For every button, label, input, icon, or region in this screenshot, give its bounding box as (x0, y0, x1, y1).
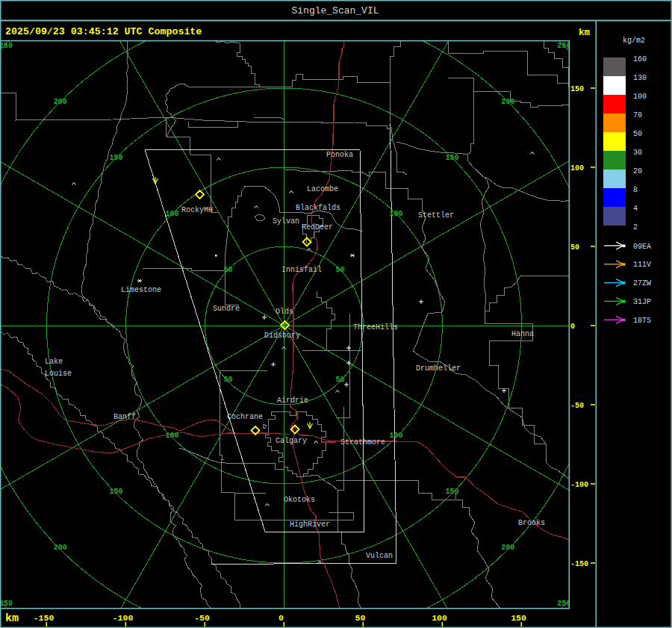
svg-text:Lake: Lake (45, 358, 63, 366)
svg-text:Sundre: Sundre (213, 305, 240, 313)
svg-text:kg/m2: kg/m2 (623, 37, 645, 45)
svg-text:50: 50 (223, 376, 232, 384)
svg-text:Hanna: Hanna (511, 330, 534, 338)
svg-text:50: 50 (355, 613, 366, 623)
svg-text:31JP: 31JP (633, 298, 651, 306)
svg-text:50: 50 (335, 266, 344, 274)
svg-text:Limestone: Limestone (121, 286, 161, 294)
svg-text:Drumheller: Drumheller (416, 364, 461, 373)
svg-text:Ponoka: Ponoka (326, 151, 353, 159)
svg-text:160: 160 (633, 55, 647, 63)
svg-text:100: 100 (633, 93, 647, 101)
svg-text:2025/09/23 03:45:12 UTC Compos: 2025/09/23 03:45:12 UTC Composite (5, 26, 202, 37)
svg-text:Vulcan: Vulcan (366, 552, 393, 560)
svg-text:Cochrane: Cochrane (227, 413, 263, 421)
svg-text:50: 50 (335, 376, 344, 384)
svg-text:0: 0 (279, 613, 284, 623)
svg-text:Brooks: Brooks (518, 519, 545, 527)
svg-text:18TS: 18TS (633, 317, 651, 325)
svg-text:Stettler: Stettler (418, 211, 454, 220)
svg-text:70: 70 (633, 111, 642, 119)
svg-text:100: 100 (166, 210, 179, 218)
svg-text:8: 8 (633, 186, 638, 194)
svg-text:Okotoks: Okotoks (284, 496, 315, 504)
svg-text:200: 200 (501, 544, 514, 552)
svg-text:150: 150 (110, 154, 123, 162)
svg-text:Olds: Olds (276, 308, 293, 316)
svg-text:150: 150 (511, 613, 526, 623)
svg-text:200: 200 (54, 544, 67, 552)
svg-text:-150: -150 (570, 560, 588, 568)
svg-text:150: 150 (445, 488, 458, 496)
svg-text:250: 250 (0, 600, 13, 608)
svg-text:150: 150 (445, 154, 458, 162)
svg-text:250: 250 (0, 42, 13, 50)
svg-text:Innisfail: Innisfail (281, 266, 322, 274)
svg-text:Airdrie: Airdrie (277, 397, 308, 405)
svg-text:HighRiver: HighRiver (290, 520, 330, 529)
svg-text:09EA: 09EA (633, 243, 651, 251)
svg-text:20: 20 (633, 167, 642, 175)
svg-text:50: 50 (570, 243, 579, 252)
svg-text:130: 130 (633, 74, 647, 82)
svg-text:2: 2 (633, 223, 638, 231)
svg-text:200: 200 (501, 98, 514, 106)
svg-text:Louise: Louise (45, 370, 72, 378)
svg-text:100: 100 (570, 164, 584, 172)
svg-text:100: 100 (389, 432, 402, 440)
svg-text:Banff: Banff (113, 413, 136, 421)
svg-text:Strathmore: Strathmore (340, 438, 385, 447)
svg-text:150: 150 (110, 488, 123, 496)
svg-text:km: km (579, 28, 591, 38)
svg-text:Sylvan: Sylvan (273, 217, 299, 226)
svg-text:0: 0 (570, 323, 575, 331)
svg-text:-50: -50 (570, 402, 584, 410)
svg-text:100: 100 (432, 613, 447, 623)
svg-text:RedDeer: RedDeer (302, 223, 333, 231)
svg-text:30: 30 (633, 149, 642, 157)
svg-text:4: 4 (633, 205, 638, 213)
svg-text:111V: 111V (633, 261, 651, 269)
svg-text:-100: -100 (113, 613, 134, 623)
svg-text:Lacombe: Lacombe (307, 185, 338, 193)
svg-text:Calgary: Calgary (276, 437, 307, 445)
svg-text:Single_Scan_VIL: Single_Scan_VIL (291, 5, 379, 16)
svg-text:100: 100 (166, 432, 179, 440)
svg-text:150: 150 (570, 85, 584, 93)
svg-text:-100: -100 (570, 481, 588, 489)
svg-text:RockyMH: RockyMH (181, 206, 213, 214)
svg-text:ThreeHills: ThreeHills (353, 323, 398, 332)
svg-text:Blackfalds: Blackfalds (296, 204, 340, 212)
svg-text:-150: -150 (34, 613, 55, 623)
svg-text:200: 200 (54, 98, 67, 106)
svg-text:100: 100 (389, 210, 402, 218)
svg-text:km: km (5, 612, 19, 625)
svg-text:50: 50 (633, 130, 642, 138)
svg-text:50: 50 (223, 266, 232, 274)
svg-text:27ZW: 27ZW (633, 279, 651, 287)
svg-text:-50: -50 (194, 613, 210, 623)
svg-text:Didsbury: Didsbury (264, 332, 300, 340)
